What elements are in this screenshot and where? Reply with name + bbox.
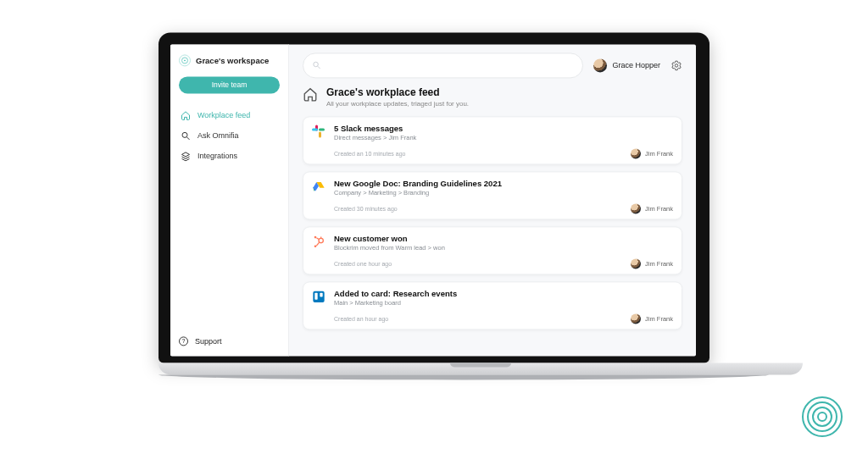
home-icon	[181, 110, 191, 120]
feed-card-title: New Google Doc: Branding Guidelines 2021	[334, 179, 502, 188]
app-screen: Grace's workspace Invite team Workplace …	[170, 44, 696, 356]
topbar: Grace Hopper	[303, 53, 682, 78]
page-title: Grace's workplace feed	[326, 86, 469, 98]
feed-card-title: Added to card: Research events	[334, 289, 457, 298]
sidebar: Grace's workspace Invite team Workplace …	[170, 44, 289, 356]
svg-rect-11	[313, 291, 324, 302]
help-icon: ?	[179, 336, 188, 346]
svg-line-8	[316, 238, 319, 240]
google-drive-icon	[312, 180, 326, 193]
feed-card[interactable]: New customer won Blockrim moved from War…	[303, 226, 682, 274]
omnifia-brand-logo	[802, 396, 843, 437]
invite-team-button[interactable]: Invite team	[179, 76, 280, 93]
omnifia-logo-icon	[179, 54, 191, 66]
svg-point-2	[314, 62, 319, 67]
trello-icon	[312, 290, 326, 303]
avatar	[593, 58, 607, 72]
svg-line-3	[318, 66, 320, 69]
hubspot-icon	[312, 235, 326, 248]
feed-card[interactable]: 5 Slack messages Direct messages > Jim F…	[303, 116, 682, 164]
avatar	[631, 148, 641, 158]
sidebar-item-label: Integrations	[198, 152, 237, 160]
sidebar-item-workplace-feed[interactable]: Workplace feed	[179, 105, 280, 125]
feed-card-timestamp: Created an hour ago	[334, 316, 388, 322]
feed-card-timestamp: Created 30 minutes ago	[334, 206, 398, 212]
sidebar-item-label: Ask Omnifia	[198, 131, 239, 140]
avatar	[631, 203, 641, 213]
feed-card-author: Jim Frank	[631, 148, 673, 158]
slack-icon	[312, 125, 326, 138]
svg-rect-12	[314, 293, 317, 300]
feed-card-subtitle: Company > Marketing > Branding	[334, 189, 502, 197]
gear-icon	[670, 59, 682, 71]
feed-card-timestamp: Created one hour ago	[334, 261, 392, 267]
feed-card[interactable]: New Google Doc: Branding Guidelines 2021…	[303, 171, 682, 219]
feed-card-timestamp: Created an 10 minutes ago	[334, 151, 405, 157]
search-bar[interactable]	[303, 53, 583, 78]
user-menu[interactable]: Grace Hopper	[593, 58, 660, 72]
feed-card-title: 5 Slack messages	[334, 124, 416, 133]
sidebar-item-label: Workplace feed	[198, 111, 250, 119]
svg-line-1	[187, 137, 190, 140]
main-content: Grace Hopper Grace's workplace feed All …	[289, 44, 696, 356]
user-name: Grace Hopper	[612, 61, 660, 69]
svg-point-6	[314, 236, 317, 239]
feed-card-subtitle: Blockrim moved from Warm lead > won	[334, 244, 445, 252]
feed-card[interactable]: Added to card: Research events Main > Ma…	[303, 281, 682, 329]
home-icon	[303, 86, 318, 102]
sidebar-item-support[interactable]: ? Support	[179, 331, 280, 346]
svg-point-0	[182, 132, 187, 137]
workspace-switcher[interactable]: Grace's workspace	[179, 54, 280, 66]
avatar	[631, 313, 641, 324]
svg-point-4	[675, 64, 678, 68]
feed-card-subtitle: Main > Marketing board	[334, 299, 457, 307]
svg-point-7	[314, 245, 317, 247]
search-input[interactable]	[326, 61, 574, 69]
laptop-foot	[159, 374, 769, 379]
laptop-base	[159, 363, 803, 374]
svg-line-9	[316, 242, 319, 246]
avatar	[631, 258, 641, 269]
sidebar-item-label: Support	[195, 337, 222, 346]
search-icon	[181, 130, 191, 141]
page-subtitle: All your workplace updates, triaged just…	[326, 100, 469, 108]
laptop-mockup: Grace's workspace Invite team Workplace …	[159, 32, 709, 379]
screen-bezel: Grace's workspace Invite team Workplace …	[159, 32, 709, 363]
page-header: Grace's workplace feed All your workplac…	[303, 86, 682, 108]
layers-icon	[181, 151, 191, 161]
feed-card-author: Jim Frank	[631, 203, 673, 213]
search-icon	[312, 58, 321, 73]
svg-rect-13	[320, 293, 322, 297]
feed-card-author: Jim Frank	[631, 258, 673, 269]
settings-button[interactable]	[670, 59, 682, 71]
feed-card-title: New customer won	[334, 234, 445, 243]
feed-card-author: Jim Frank	[631, 313, 673, 324]
sidebar-item-ask-omnifia[interactable]: Ask Omnifia	[179, 125, 280, 146]
feed-card-subtitle: Direct messages > Jim Frank	[334, 134, 416, 141]
sidebar-item-integrations[interactable]: Integrations	[179, 146, 280, 166]
workspace-name: Grace's workspace	[196, 56, 269, 65]
